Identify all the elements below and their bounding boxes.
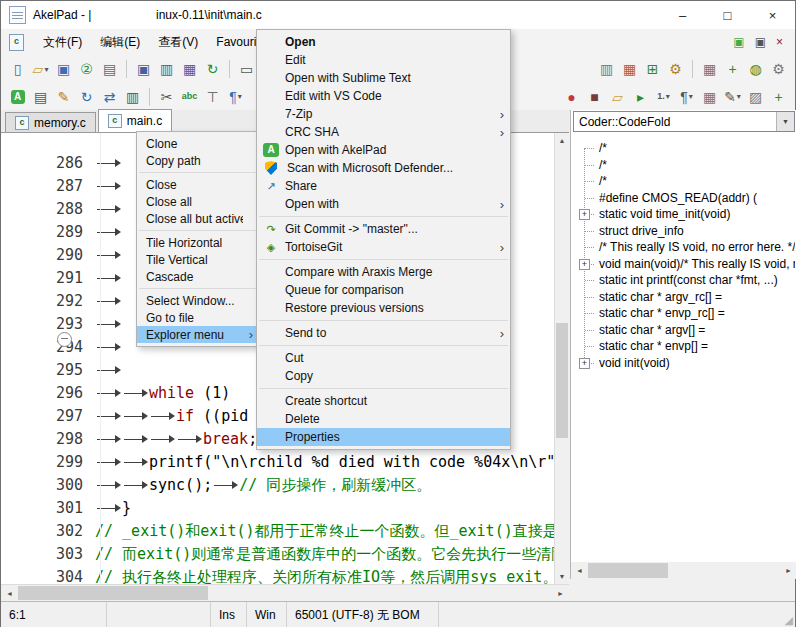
menu-item-queue-for-comparison[interactable]: Queue for comparison — [257, 281, 510, 299]
tree-item[interactable]: static char * envp_rc[] = — [573, 305, 795, 322]
menu-item-compare-with-araxis-merge[interactable]: Compare with Araxis Merge — [257, 263, 510, 281]
expand-plus-icon[interactable]: + — [579, 259, 590, 270]
combobox-dropdown-icon[interactable]: ▼ — [776, 112, 794, 131]
panel-horizontal-scrollbar[interactable]: ◄ ► — [571, 562, 796, 579]
menu-item-restore-previous-versions[interactable]: Restore previous versions — [257, 299, 510, 317]
editor-scrollbar-thumb[interactable] — [18, 586, 208, 600]
menu-item-git-commit-master[interactable]: ↷Git Commit -> "master"... — [257, 220, 510, 238]
tree-item[interactable]: /* — [573, 173, 795, 190]
menu-item-close-all-but-active[interactable]: Close all but active — [137, 210, 259, 227]
view-grid-icon[interactable]: ▦ — [698, 58, 721, 80]
numbered-list-icon[interactable]: 1.▾ — [652, 86, 675, 108]
new-file-icon[interactable]: ▯ — [6, 58, 29, 80]
tree-item[interactable]: +void main(void)/* This really IS void, … — [573, 256, 795, 273]
editor-scroll-left-icon[interactable]: ◄ — [1, 585, 18, 601]
menu-item-crc-sha[interactable]: CRC SHA› — [257, 123, 510, 141]
split-view-icon[interactable]: ▥ — [121, 86, 144, 108]
draw-icon[interactable]: ✎▾ — [721, 86, 744, 108]
play-macro-icon[interactable]: ▸ — [629, 86, 652, 108]
menu-item-cut[interactable]: Cut — [257, 349, 510, 367]
options-gear-icon[interactable]: ⚙ — [767, 58, 790, 80]
panel-scroll-left-icon[interactable]: ◄ — [571, 562, 588, 579]
tab-main-c[interactable]: cmain.c — [98, 109, 172, 132]
menu-item-tile-horizontal[interactable]: Tile Horizontal — [137, 234, 259, 251]
menu-item-share[interactable]: ↗Share — [257, 177, 510, 195]
titlebar[interactable]: AkelPad - | inux-0.11\init\main.c – □ × — [1, 1, 795, 29]
pin-icon[interactable]: ⊤ — [201, 86, 224, 108]
menu-item-open-with-sublime-text[interactable]: Open with Sublime Text — [257, 69, 510, 87]
print-icon[interactable]: ▭ — [235, 58, 258, 80]
save-file-icon[interactable]: ▣ — [52, 58, 75, 80]
menu-item-open-with[interactable]: Open with› — [257, 195, 510, 213]
table-plus-icon[interactable]: ⊞ — [641, 58, 664, 80]
panel-scrollbar-thumb[interactable] — [588, 563, 668, 578]
plugin-akelpad-icon[interactable]: A — [6, 86, 29, 108]
menu-item-copy[interactable]: Copy — [257, 367, 510, 385]
spellcheck-icon[interactable]: abc — [178, 86, 201, 108]
insert-table-icon[interactable]: ▦ — [618, 58, 641, 80]
menu-item-tile-vertical[interactable]: Tile Vertical — [137, 251, 259, 268]
tree-item[interactable]: /* — [573, 140, 795, 157]
menu-item-go-to-file[interactable]: Go to file — [137, 309, 259, 326]
menu-item-explorer-menu[interactable]: Explorer menu› — [137, 326, 259, 343]
add-plus-icon[interactable]: + — [721, 58, 744, 80]
menu-item-delete[interactable]: Delete — [257, 410, 510, 428]
save-all-icon[interactable]: ▦ — [178, 58, 201, 80]
menu-v[interactable]: 查看(V) — [149, 34, 207, 51]
menu-e[interactable]: 编辑(E) — [91, 34, 149, 51]
scroll-down-icon[interactable]: ▼ — [555, 569, 569, 584]
maximize-button[interactable]: □ — [705, 1, 750, 29]
menu-item-edit-with-vs-code[interactable]: Edit with VS Code — [257, 87, 510, 105]
tree-item[interactable]: static int printf(const char *fmt, ...) — [573, 272, 795, 289]
tree-item[interactable]: #define CMOS_READ(addr) ( — [573, 190, 795, 207]
menu-item-close[interactable]: Close — [137, 176, 259, 193]
editor-scroll-right-icon[interactable]: ► — [552, 585, 569, 601]
menu-item-copy-path[interactable]: Copy path — [137, 152, 259, 169]
tree-item[interactable]: static char * argv[] = — [573, 322, 795, 339]
menu-item-open-with-akelpad[interactable]: AOpen with AkelPad — [257, 141, 510, 159]
expand-plus-icon[interactable]: + — [579, 209, 590, 220]
editor-vertical-scrollbar[interactable]: ▲ ▼ — [554, 133, 569, 584]
tree-item[interactable]: static char * argv_rc[] = — [573, 289, 795, 306]
cut-lines-icon[interactable]: ✂ — [155, 86, 178, 108]
record-macro-icon[interactable]: ● — [560, 86, 583, 108]
close-button[interactable]: × — [750, 1, 795, 29]
hatch-icon[interactable]: ▨ — [744, 86, 767, 108]
document-2-icon[interactable]: ② — [75, 58, 98, 80]
menu-item-open[interactable]: Open — [257, 33, 510, 51]
scroll-up-icon[interactable]: ▲ — [555, 133, 569, 148]
add-green-icon[interactable]: + — [767, 86, 790, 108]
reload-file-icon[interactable]: ↻ — [201, 58, 224, 80]
highlighter-icon[interactable]: ✎ — [52, 86, 75, 108]
save-as-icon[interactable]: ▥ — [155, 58, 178, 80]
keyboard-icon[interactable]: ▤ — [29, 86, 52, 108]
window-frames-icon[interactable]: ▥ — [595, 58, 618, 80]
tree-item[interactable]: /* — [573, 157, 795, 174]
globe-icon[interactable]: ◍ — [744, 58, 767, 80]
close-child-icon[interactable]: × — [776, 35, 783, 49]
vertical-scrollbar-thumb[interactable] — [556, 323, 568, 438]
menu-item-clone[interactable]: Clone — [137, 135, 259, 152]
plugin-green-icon[interactable]: ▣ — [733, 35, 744, 49]
save-icon[interactable]: ▣ — [132, 58, 155, 80]
encoding-icon[interactable]: ▤ — [98, 58, 121, 80]
editor-horizontal-scrollbar[interactable]: ◄ ► — [1, 584, 569, 601]
panel-scroll-right-icon[interactable]: ► — [780, 562, 796, 579]
menu-item-edit[interactable]: Edit — [257, 51, 510, 69]
open-file-icon[interactable]: ▱▾ — [29, 58, 52, 80]
tree-item[interactable]: +static void time_init(void) — [573, 206, 795, 223]
wrap-paragraph-icon[interactable]: ¶▾ — [224, 86, 247, 108]
settings-gear-icon[interactable]: ⚙ — [664, 58, 687, 80]
tree-item[interactable]: struct drive_info — [573, 223, 795, 240]
menu-f[interactable]: 文件(F) — [34, 34, 91, 51]
expand-plus-icon[interactable]: + — [579, 358, 590, 369]
refresh-icon[interactable]: ↻ — [75, 86, 98, 108]
codefold-combobox[interactable]: Coder::CodeFold ▼ — [573, 111, 795, 132]
tree-item[interactable]: static char * envp[] = — [573, 338, 795, 355]
minimize-button[interactable]: – — [660, 1, 705, 29]
tree-item[interactable]: /* This really IS void, no error here. *… — [573, 239, 795, 256]
menu-item-select-window[interactable]: Select Window... — [137, 292, 259, 309]
menu-item-7-zip[interactable]: 7-Zip› — [257, 105, 510, 123]
stop-macro-icon[interactable]: ■ — [583, 86, 606, 108]
menu-item-close-all[interactable]: Close all — [137, 193, 259, 210]
